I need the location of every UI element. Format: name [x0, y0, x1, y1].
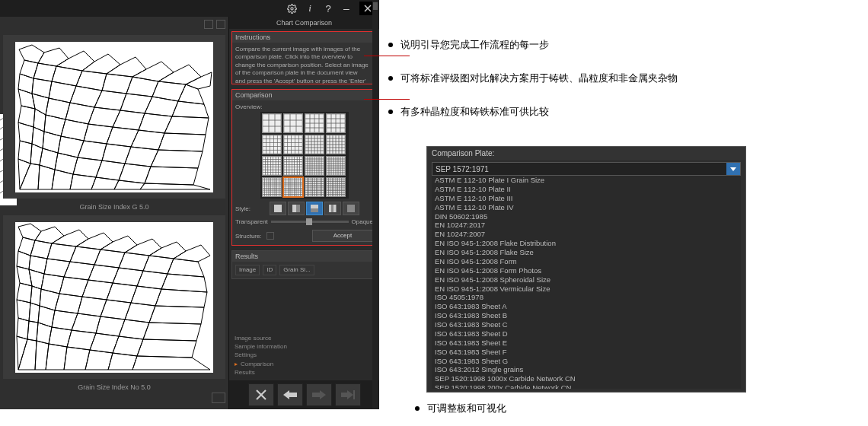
- callout-4-text: 可调整板和可视化: [427, 402, 506, 415]
- dropdown-item[interactable]: ISO 643:1983 Sheet B: [432, 311, 741, 320]
- comparison-cell[interactable]: [305, 113, 324, 133]
- callout-2: 可将标准评级图对比解决方案用于铸铁、晶粒度和非金属夹杂物: [388, 72, 860, 85]
- titlebar: i ? –: [0, 0, 379, 17]
- dropdown-item[interactable]: ISO 643:1983 Sheet E: [432, 339, 741, 348]
- sample-image-top[interactable]: [3, 35, 225, 199]
- style-option-1[interactable]: [270, 202, 286, 215]
- instructions-box: Instructions Compare the current image w…: [231, 31, 377, 84]
- current-step-arrow-icon: ▸: [235, 360, 238, 368]
- comparison-plate-grid: [260, 112, 349, 199]
- dropdown-item[interactable]: DIN 50602:1985: [432, 212, 741, 221]
- dropdown-item[interactable]: EN ISO 945-1:2008 Form Photos: [432, 266, 741, 275]
- style-option-5[interactable]: [343, 202, 359, 215]
- comparison-cell[interactable]: [262, 135, 282, 154]
- bullet-icon: [415, 406, 420, 411]
- instructions-header: Instructions: [232, 32, 376, 43]
- dropdown-item[interactable]: ISO 4505:1978: [432, 293, 741, 302]
- comparison-cell[interactable]: [283, 177, 303, 197]
- overview-label: Overview:: [235, 103, 373, 110]
- comparison-cell[interactable]: [283, 156, 303, 176]
- comparison-cell[interactable]: [326, 135, 346, 154]
- cancel-button[interactable]: [248, 383, 274, 406]
- dropdown-select[interactable]: SEP 1572:1971: [432, 162, 741, 176]
- bullet-icon: [388, 43, 393, 47]
- dropdown-item[interactable]: ISO 643:1983 Sheet F: [432, 348, 741, 357]
- dropdown-item[interactable]: SEP 1520:1998 200x Carbide Network CN: [432, 383, 741, 389]
- back-button[interactable]: [277, 383, 303, 406]
- svg-rect-416: [263, 178, 281, 196]
- results-col-id: ID: [263, 265, 276, 275]
- dropdown-item[interactable]: SEP 1520:1998 1000x Carbide Network CN: [432, 374, 741, 383]
- grain-pattern-icon: [15, 222, 213, 373]
- svg-marker-786: [341, 390, 353, 399]
- dropdown-item[interactable]: ISO 643:1983 Sheet D: [432, 329, 741, 339]
- info-icon[interactable]: i: [305, 3, 315, 14]
- comparison-cell[interactable]: [326, 177, 346, 197]
- results-box: Results Image ID Grain Si...: [231, 250, 377, 279]
- dropdown-item[interactable]: EN 10247:2007: [432, 230, 741, 239]
- svg-rect-16: [284, 114, 302, 132]
- step-sample-info[interactable]: Sample information: [235, 342, 287, 351]
- dropdown-item[interactable]: ISO 643:1983 Sheet G: [432, 357, 741, 366]
- accept-button[interactable]: Accept: [312, 230, 373, 242]
- step-settings[interactable]: Settings: [235, 351, 257, 359]
- dropdown-item[interactable]: EN ISO 945-1:2008 Flake Distribution: [432, 239, 741, 248]
- comparison-plate-dropdown: Comparison Plate: SEP 1572:1971 ASTM E 1…: [426, 146, 746, 393]
- dropdown-item[interactable]: EN ISO 945-1:2008 Form: [432, 257, 741, 266]
- style-option-3[interactable]: [306, 202, 323, 215]
- style-option-2[interactable]: [288, 202, 305, 215]
- step-comparison[interactable]: Comparison: [241, 360, 273, 368]
- callout-3: 有多种晶粒度和铸铁标准可供比较: [388, 105, 860, 119]
- comparison-cell[interactable]: [262, 156, 282, 176]
- dropdown-item[interactable]: ISO 643:1983 Sheet A: [432, 302, 741, 311]
- module-title: Chart Comparison: [229, 17, 379, 29]
- comparison-cell[interactable]: [283, 135, 303, 154]
- help-icon[interactable]: ?: [323, 3, 333, 14]
- dropdown-item[interactable]: ASTM E 112-10 Plate III: [432, 194, 741, 203]
- view-toggle-2[interactable]: [216, 20, 225, 29]
- opacity-slider[interactable]: [271, 221, 349, 223]
- minimize-icon[interactable]: –: [341, 3, 352, 14]
- dropdown-header: Comparison Plate:: [427, 147, 745, 160]
- dropdown-item[interactable]: ASTM E 112-10 Plate II: [432, 185, 741, 194]
- next-button[interactable]: [306, 383, 332, 406]
- dropdown-item[interactable]: EN ISO 945-1:2008 Vermicular Size: [432, 285, 741, 294]
- comparison-cell[interactable]: [305, 135, 324, 154]
- comparison-header: Comparison: [232, 90, 376, 100]
- sample-image-bottom[interactable]: [3, 215, 225, 379]
- comparison-cell[interactable]: [326, 113, 346, 133]
- dropdown-item[interactable]: EN ISO 945-1:2008 Spheroidal Size: [432, 275, 741, 285]
- grain-pattern-icon: [15, 42, 213, 192]
- step-results[interactable]: Results: [235, 368, 255, 377]
- comparison-cell[interactable]: [262, 177, 282, 197]
- dropdown-item[interactable]: ISO 643:2012 Single grains: [432, 365, 741, 374]
- thumbnail-toggle-icon[interactable]: [212, 393, 225, 403]
- view-toggle-1[interactable]: [204, 20, 213, 29]
- style-label: Style:: [235, 205, 254, 212]
- dropdown-item[interactable]: ASTM E 112-10 Plate IV: [432, 203, 741, 212]
- dropdown-item[interactable]: ISO 643:1983 Sheet C: [432, 320, 741, 329]
- app-window: i ? –: [0, 0, 379, 409]
- instructions-scrollbar[interactable]: [372, 1, 378, 409]
- dropdown-list[interactable]: ASTM E 112-10 Plate I Grain SizeASTM E 1…: [432, 176, 741, 389]
- gear-icon[interactable]: [286, 3, 297, 14]
- comparison-cell[interactable]: [305, 177, 324, 197]
- dropdown-item[interactable]: EN ISO 945-1:2008 Flake Size: [432, 248, 741, 257]
- step-image-source[interactable]: Image source: [235, 334, 271, 342]
- svg-marker-785: [312, 390, 326, 399]
- dropdown-item[interactable]: ASTM E 112-10 Plate I Grain Size: [432, 176, 741, 185]
- results-col-grain: Grain Si...: [279, 265, 314, 275]
- comparison-cell[interactable]: [326, 156, 346, 176]
- callout-3-text: 有多种晶粒度和铸铁标准可供比较: [400, 105, 549, 119]
- comparison-cell[interactable]: [262, 113, 282, 133]
- comparison-cell[interactable]: [283, 113, 303, 133]
- comparison-cell[interactable]: [305, 156, 324, 176]
- workflow-steps: Image source Sample information Settings…: [231, 332, 377, 378]
- callout-1: 说明引导您完成工作流程的每一步: [388, 38, 860, 52]
- structure-value[interactable]: [266, 232, 274, 240]
- style-option-4[interactable]: [324, 202, 341, 215]
- svg-rect-6: [263, 114, 281, 132]
- finish-button[interactable]: [335, 383, 361, 406]
- chevron-down-icon[interactable]: [726, 163, 740, 175]
- dropdown-item[interactable]: EN 10247:2017: [432, 221, 741, 230]
